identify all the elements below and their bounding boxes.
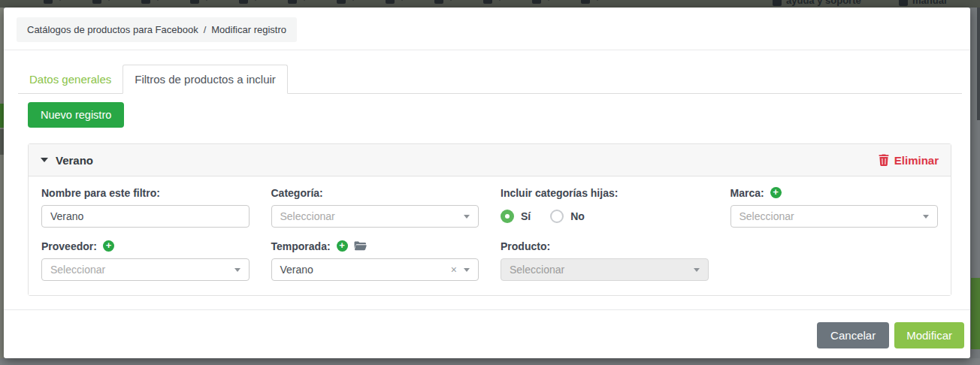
background-right-edge [971, 8, 980, 359]
radio-selected-icon[interactable] [501, 210, 514, 223]
radio-no-label: No [570, 210, 585, 222]
field-producto: Producto: Seleccionar [501, 239, 709, 281]
modal-header: Catálogos de productos para Facebook/Mod… [4, 8, 970, 50]
field-categoria: Categoría: Seleccionar [271, 186, 479, 228]
chevron-down-icon [106, 0, 112, 1]
toolbar-icon [532, 0, 541, 4]
tab-datos-generales[interactable]: Datos generales [18, 65, 122, 93]
page-scrollbar[interactable] [977, 8, 980, 120]
filter-panel-header[interactable]: Verano Eliminar [29, 144, 951, 176]
tab-content: Nuevo registro Verano Eliminar [28, 102, 951, 296]
marca-select[interactable]: Seleccionar [730, 205, 939, 228]
new-record-button[interactable]: Nuevo registro [28, 102, 124, 128]
chevron-down-icon [694, 268, 700, 272]
modify-button[interactable]: Modificar [894, 322, 964, 348]
categoria-select[interactable]: Seleccionar [271, 205, 479, 228]
temporada-value: Verano [280, 264, 313, 276]
filter-fields-grid: Nombre para este filtro: Categoría: Sele… [29, 176, 951, 295]
chevron-down-icon [301, 0, 307, 1]
toolbar-icon-group [434, 0, 454, 4]
chevron-down-icon [464, 215, 470, 219]
manual-icon [899, 0, 908, 6]
background-page-toolbar: ayuda y soporte manual [0, 0, 980, 8]
background-right-accent [971, 278, 980, 349]
chevron-down-icon [448, 0, 454, 1]
field-empty [730, 239, 939, 281]
delete-filter-label: Eliminar [894, 154, 939, 167]
tab-bar: Datos generales Filtros de productos a i… [18, 65, 962, 94]
producto-select-disabled: Seleccionar [501, 258, 709, 281]
toolbar-icon-group [386, 0, 405, 4]
chevron-down-icon [923, 215, 929, 219]
chevron-down-icon [57, 0, 63, 1]
toolbar-icon [434, 0, 443, 4]
toolbar-icon [483, 0, 492, 4]
add-proveedor-icon[interactable] [103, 240, 114, 252]
toolbar-icon-group [532, 0, 552, 4]
filter-panel-body: Nombre para este filtro: Categoría: Sele… [29, 176, 951, 295]
toolbar-icon-group [483, 0, 503, 4]
categoria-label: Categoría: [271, 187, 323, 199]
proveedor-placeholder: Seleccionar [50, 264, 105, 276]
help-icon [773, 0, 782, 6]
incluir-hijas-label: Incluir categorías hijas: [501, 187, 618, 199]
toolbar-icon [190, 0, 199, 4]
filter-panel: Verano Eliminar Nombre para este filtro: [28, 143, 951, 296]
field-temporada: Temporada: Verano [271, 239, 479, 281]
filter-panel-toggle[interactable]: Verano [41, 154, 93, 167]
manual-link[interactable]: manual [899, 0, 947, 6]
chevron-down-icon [497, 0, 503, 1]
toolbar-icon-group [337, 0, 356, 4]
clear-icon[interactable]: × [451, 259, 457, 280]
proveedor-select[interactable]: Seleccionar [41, 258, 250, 281]
add-temporada-icon[interactable] [337, 240, 348, 252]
help-support-link[interactable]: ayuda y soporte [773, 0, 861, 6]
chevron-down-icon [234, 268, 240, 272]
incluir-hijas-radio-group: Sí No [501, 205, 709, 228]
toolbar-icon [386, 0, 395, 4]
toolbar-icon [288, 0, 297, 4]
toolbar-icon [581, 0, 590, 4]
toolbar-icon [44, 0, 53, 4]
add-marca-icon[interactable] [770, 187, 782, 198]
toolbar-icon-group [44, 0, 63, 4]
radio-no[interactable]: No [550, 210, 585, 223]
tab-filtros-productos[interactable]: Filtros de productos a incluir [122, 65, 288, 94]
toolbar-icon-group [141, 0, 161, 4]
field-incluir-hijas: Incluir categorías hijas: Sí No [501, 186, 709, 228]
producto-placeholder: Seleccionar [510, 264, 564, 276]
toolbar-icon [141, 0, 150, 4]
chevron-down-icon [546, 0, 552, 1]
field-proveedor: Proveedor: Seleccionar [41, 239, 250, 281]
chevron-down-icon [155, 0, 161, 1]
temporada-label: Temporada: [271, 240, 331, 252]
chevron-down-icon [464, 268, 470, 272]
temporada-select[interactable]: Verano × [271, 258, 479, 281]
chevron-down-icon [204, 0, 210, 1]
filter-title: Verano [56, 154, 93, 167]
nombre-label: Nombre para este filtro: [41, 187, 160, 199]
modify-record-modal: Catálogos de productos para Facebook/Mod… [4, 8, 970, 358]
radio-unselected-icon[interactable] [550, 210, 564, 223]
proveedor-label: Proveedor: [41, 240, 97, 252]
delete-filter-button[interactable]: Eliminar [879, 154, 939, 167]
toolbar-icon-group [581, 0, 600, 4]
background-bottom-edge [0, 358, 980, 365]
modal-body: Datos generales Filtros de productos a i… [4, 65, 970, 296]
producto-label: Producto: [501, 240, 550, 252]
toolbar-icon-group [92, 0, 112, 4]
breadcrumb-section[interactable]: Catálogos de productos para Facebook [27, 24, 198, 35]
breadcrumb: Catálogos de productos para Facebook/Mod… [17, 17, 297, 42]
cancel-button[interactable]: Cancelar [817, 322, 889, 348]
modal-footer: Cancelar Modificar [4, 309, 970, 358]
filter-name-input[interactable] [41, 205, 250, 228]
chevron-down-icon [253, 0, 259, 1]
toolbar-icon [239, 0, 248, 4]
open-folder-icon[interactable] [354, 241, 367, 251]
chevron-down-icon [350, 0, 356, 1]
chevron-down-icon [594, 0, 600, 1]
background-toolbar-icons [44, 0, 600, 4]
radio-si[interactable]: Sí [501, 210, 531, 223]
marca-label: Marca: [730, 187, 764, 199]
trash-icon [879, 154, 889, 166]
